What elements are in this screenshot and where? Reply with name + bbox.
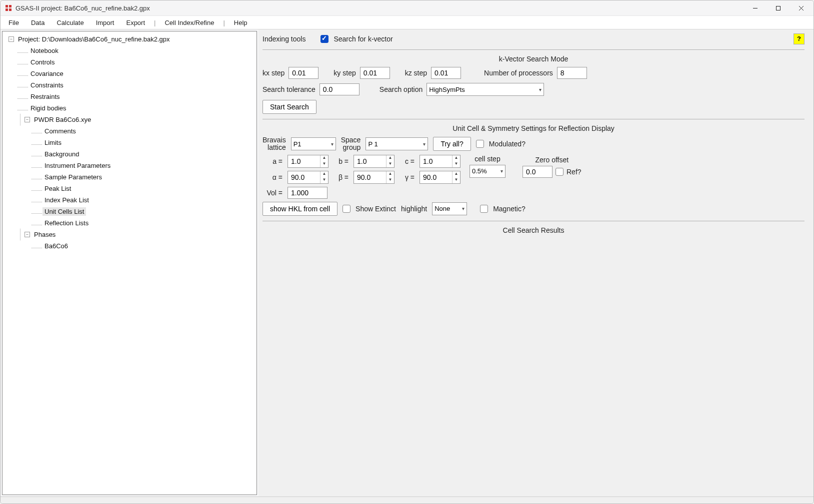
spin-down-icon[interactable]: ▼	[452, 177, 460, 183]
a-label: a =	[262, 157, 282, 165]
alpha-input[interactable]	[288, 171, 320, 183]
tree-covariance[interactable]: Covariance	[28, 69, 66, 78]
kx-step-label: kx step	[262, 69, 284, 77]
search-option-select[interactable]: HighSymPts ▾	[426, 83, 544, 96]
b-spin[interactable]: ▲▼	[354, 155, 394, 168]
tree-project[interactable]: Project: D:\Downloads\Ba6Co6_nuc_refine.…	[16, 35, 172, 43]
collapse-icon[interactable]: −	[24, 117, 30, 122]
menu-file[interactable]: File	[4, 17, 24, 28]
try-all-button[interactable]: Try all?	[433, 137, 470, 151]
show-hkl-button[interactable]: show HKL from cell	[262, 202, 338, 216]
c-spin[interactable]: ▲▼	[420, 155, 460, 168]
tree-phase-ba6co6[interactable]: Ba6Co6	[42, 242, 70, 250]
collapse-icon[interactable]: −	[8, 36, 14, 42]
kz-step-label: kz step	[405, 69, 427, 77]
spin-down-icon[interactable]: ▼	[386, 177, 394, 183]
spacegroup-select[interactable]: P 1 ▾	[366, 137, 428, 150]
tree-index-peak-list[interactable]: Index Peak List	[42, 196, 91, 204]
search-option-value: HighSymPts	[429, 86, 465, 93]
spin-up-icon[interactable]: ▲	[320, 155, 328, 161]
tree-restraints[interactable]: Restraints	[28, 92, 62, 101]
detail-panel: Indexing tools Search for k-vector ? k-V…	[258, 29, 814, 497]
nproc-label: Number of processors	[484, 69, 553, 77]
tree-rigid-bodies[interactable]: Rigid bodies	[28, 104, 68, 112]
menu-data[interactable]: Data	[26, 17, 50, 28]
titlebar: GSAS-II project: Ba6Co6_nuc_refine.bak2.…	[0, 0, 814, 15]
tree-reflection-lists[interactable]: Reflection Lists	[42, 219, 90, 227]
minimize-button[interactable]	[744, 0, 766, 15]
beta-spin[interactable]: ▲▼	[354, 171, 394, 184]
window-title: GSAS-II project: Ba6Co6_nuc_refine.bak2.…	[16, 4, 744, 12]
kz-step-input[interactable]	[431, 67, 461, 79]
cell-step-label: cell step	[474, 155, 500, 163]
spacegroup-value: P 1	[368, 140, 378, 148]
menu-separator: |	[221, 19, 226, 26]
spin-down-icon[interactable]: ▼	[320, 161, 328, 167]
tree-unit-cells-list[interactable]: Unit Cells List	[42, 207, 86, 216]
spin-up-icon[interactable]: ▲	[386, 171, 394, 177]
tree-comments[interactable]: Comments	[42, 127, 78, 135]
spin-up-icon[interactable]: ▲	[386, 155, 394, 161]
tree-controls[interactable]: Controls	[28, 58, 56, 66]
svg-rect-5	[776, 6, 780, 10]
tree-limits[interactable]: Limits	[42, 138, 64, 147]
b-input[interactable]	[354, 155, 386, 167]
tree-sample-parameters[interactable]: Sample Parameters	[42, 173, 104, 181]
indexing-tools-label: Indexing tools	[262, 35, 306, 43]
spin-down-icon[interactable]: ▼	[320, 177, 328, 183]
highlight-select[interactable]: None ▾	[432, 202, 467, 215]
c-input[interactable]	[420, 155, 452, 167]
kx-step-input[interactable]	[288, 67, 318, 79]
show-extinct-checkbox[interactable]	[342, 205, 350, 213]
nproc-input[interactable]	[557, 67, 587, 79]
menu-cell-index-refine[interactable]: Cell Index/Refine	[160, 17, 219, 28]
help-button[interactable]: ?	[794, 33, 804, 44]
bravais-select[interactable]: P1 ▾	[291, 137, 336, 150]
collapse-icon[interactable]: −	[24, 232, 30, 237]
menu-calculate[interactable]: Calculate	[52, 17, 88, 28]
ref-label: Ref?	[566, 168, 582, 176]
magnetic-label: Magnetic?	[493, 205, 526, 213]
magnetic-checkbox[interactable]	[480, 205, 488, 213]
modulated-checkbox[interactable]	[476, 140, 484, 148]
menu-help[interactable]: Help	[229, 17, 252, 28]
menu-import[interactable]: Import	[91, 17, 120, 28]
spin-down-icon[interactable]: ▼	[452, 161, 460, 167]
start-search-button[interactable]: Start Search	[262, 100, 316, 114]
tree-background[interactable]: Background	[42, 150, 81, 158]
tree-peak-list[interactable]: Peak List	[42, 184, 73, 193]
show-extinct-label: Show Extinct	[356, 205, 396, 213]
tree-constraints[interactable]: Constraints	[28, 81, 66, 89]
vol-input[interactable]	[288, 187, 328, 199]
search-tol-input[interactable]	[320, 83, 360, 95]
menu-export[interactable]: Export	[121, 17, 150, 28]
tree-phases[interactable]: Phases	[32, 230, 58, 239]
spin-down-icon[interactable]: ▼	[386, 161, 394, 167]
alpha-spin[interactable]: ▲▼	[288, 171, 328, 184]
svg-rect-3	[9, 8, 12, 11]
spin-up-icon[interactable]: ▲	[452, 171, 460, 177]
ky-step-input[interactable]	[360, 67, 390, 79]
tree-notebook[interactable]: Notebook	[28, 46, 60, 55]
bravais-label-2: lattice	[268, 143, 286, 151]
cell-step-value: 0.5%	[472, 167, 487, 175]
a-input[interactable]	[288, 155, 320, 167]
a-spin[interactable]: ▲▼	[288, 155, 328, 168]
gamma-spin[interactable]: ▲▼	[420, 171, 460, 184]
zero-offset-input[interactable]	[522, 166, 552, 178]
search-k-vector-checkbox[interactable]	[320, 35, 328, 43]
tree-instrument-parameters[interactable]: Instrument Parameters	[42, 161, 112, 170]
spin-up-icon[interactable]: ▲	[320, 171, 328, 177]
gamma-input[interactable]	[420, 171, 452, 183]
unit-cell-header: Unit Cell & Symmetry Settings for Reflec…	[262, 124, 804, 132]
project-tree[interactable]: −Project: D:\Downloads\Ba6Co6_nuc_refine…	[2, 31, 257, 495]
maximize-button[interactable]	[766, 0, 790, 15]
spin-up-icon[interactable]: ▲	[452, 155, 460, 161]
close-button[interactable]	[790, 0, 812, 15]
chevron-down-icon: ▾	[462, 206, 464, 211]
tree-pwdr[interactable]: PWDR Ba6Co6.xye	[32, 115, 93, 124]
spacegroup-label-1: Space	[341, 136, 361, 144]
beta-input[interactable]	[354, 171, 386, 183]
ref-checkbox[interactable]	[556, 168, 564, 176]
cell-step-select[interactable]: 0.5% ▾	[470, 165, 506, 178]
